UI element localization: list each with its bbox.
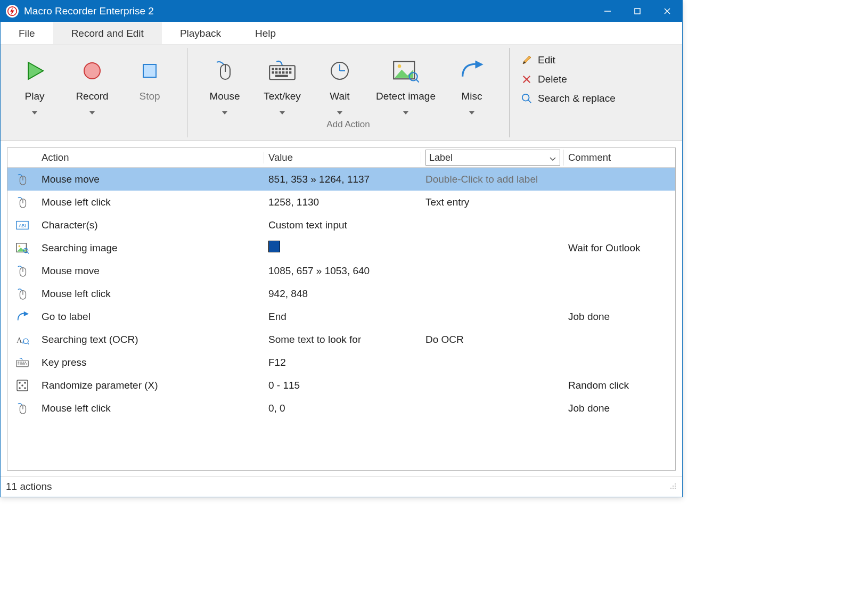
pencil-icon [521,55,532,65]
cell-comment: Random click [564,380,675,391]
table-row[interactable]: Go to labelEndJob done [7,305,675,328]
goto-icon [7,311,37,323]
clock-icon [329,54,350,87]
table-row[interactable]: Mouse move851, 353 » 1264, 1137Double-Cl… [7,168,675,191]
cell-action: Mouse left click [37,403,264,414]
dice-icon [7,380,37,391]
ocr-icon [7,334,37,346]
ribbon-group-edit: Edit Delete Search & replace [513,45,624,141]
cell-label[interactable]: Double-Click to add label [421,174,564,185]
delete-button[interactable]: Delete [521,73,616,85]
table-row[interactable]: Key pressF12 [7,351,675,374]
column-header-comment[interactable]: Comment [564,152,675,163]
table-row[interactable]: Character(s)Custom text input [7,213,675,236]
image-thumbnail [268,241,280,252]
cell-value [264,241,421,255]
chevron-down-icon [469,105,474,117]
stop-icon [139,54,160,87]
mouse-icon [7,403,37,414]
stop-button[interactable]: Stop [121,49,178,109]
cell-label[interactable]: Text entry [421,196,564,208]
cell-action: Character(s) [37,219,264,231]
add-misc-button[interactable]: Misc [443,49,501,117]
window-title: Macro Recorder Enterprise 2 [24,5,593,17]
cell-value: Custom text input [264,219,421,231]
mouse-icon [214,54,235,87]
cell-action: Mouse move [37,174,264,185]
chevron-down-icon [280,105,285,117]
cell-value: 0, 0 [264,403,421,414]
cell-comment: Job done [564,403,675,414]
minimize-button[interactable] [593,1,622,22]
ribbon-body: Play Record Stop [1,45,682,141]
close-button[interactable] [652,1,682,22]
record-button[interactable]: Record [63,49,121,117]
tab-file[interactable]: File [1,22,53,44]
table-row[interactable]: Mouse left click942, 848 [7,282,675,305]
mouse-icon [7,196,37,208]
chevron-down-icon [337,105,342,117]
image-icon [7,242,37,254]
keyboard-icon [7,357,37,368]
mouse-icon [7,174,37,185]
search-icon [521,93,532,104]
ribbon-divider [187,48,187,137]
cell-value: Some text to look for [264,334,421,346]
table-body: Mouse move851, 353 » 1264, 1137Double-Cl… [7,168,675,470]
edit-button[interactable]: Edit [521,54,616,66]
resize-grip-icon[interactable] [668,481,677,492]
tab-record-and-edit[interactable]: Record and Edit [53,22,162,44]
status-count: 11 actions [6,481,52,492]
cell-value: 1258, 1130 [264,196,421,208]
cell-value: 1085, 657 » 1053, 640 [264,265,421,277]
cell-value: 851, 353 » 1264, 1137 [264,174,421,185]
column-header-value[interactable]: Value [264,152,421,163]
add-textkey-button[interactable]: Text/key [253,49,311,117]
keyboard-icon [268,54,296,87]
tab-playback[interactable]: Playback [162,22,239,44]
cell-action: Mouse left click [37,196,264,208]
cell-action: Go to label [37,311,264,323]
table-row[interactable]: Searching text (OCR)Some text to look fo… [7,328,675,351]
ribbon-divider [509,48,510,137]
cell-action: Mouse left click [37,288,264,300]
add-detect-image-button[interactable]: Detect image [368,49,443,117]
ribbon-group-playback: Play Record Stop [1,45,184,141]
maximize-button[interactable] [622,1,652,22]
tab-help[interactable]: Help [239,22,292,44]
table-row[interactable]: Randomize parameter (X)0 - 115Random cli… [7,374,675,397]
cell-action: Searching image [37,242,264,254]
cell-label[interactable]: Do OCR [421,334,564,346]
chevron-down-icon [89,105,95,117]
play-button[interactable]: Play [6,49,63,117]
record-icon [81,54,103,87]
chevron-down-icon [549,152,556,163]
table-row[interactable]: Mouse move1085, 657 » 1053, 640 [7,259,675,282]
cell-action: Randomize parameter (X) [37,380,264,391]
cell-action: Searching text (OCR) [37,334,264,346]
misc-icon [458,54,486,87]
status-bar: 11 actions [1,476,682,497]
table-row[interactable]: Mouse left click1258, 1130Text entry [7,191,675,213]
table-row[interactable]: Mouse left click0, 0Job done [7,397,675,420]
cell-value: F12 [264,357,421,368]
ribbon-group-label: Add Action [326,119,370,130]
label-dropdown[interactable]: Label [425,150,560,166]
table-row[interactable]: Searching imageWait for Outlook [7,236,675,259]
cell-action: Key press [37,357,264,368]
abi-icon [7,219,37,231]
search-replace-button[interactable]: Search & replace [521,93,616,104]
cell-comment: Wait for Outlook [564,242,675,254]
cell-value: 0 - 115 [264,380,421,391]
cell-value: End [264,311,421,323]
app-window: Macro Recorder Enterprise 2 File Record … [0,0,683,497]
actions-table: Action Value Label Comment Mouse move851… [7,147,676,471]
play-icon [24,54,45,87]
detect-image-icon [392,54,419,87]
add-mouse-button[interactable]: Mouse [196,49,253,117]
column-header-action[interactable]: Action [37,152,264,163]
delete-icon [521,75,532,84]
mouse-icon [7,265,37,277]
table-header: Action Value Label Comment [7,148,675,168]
add-wait-button[interactable]: Wait [311,49,368,117]
